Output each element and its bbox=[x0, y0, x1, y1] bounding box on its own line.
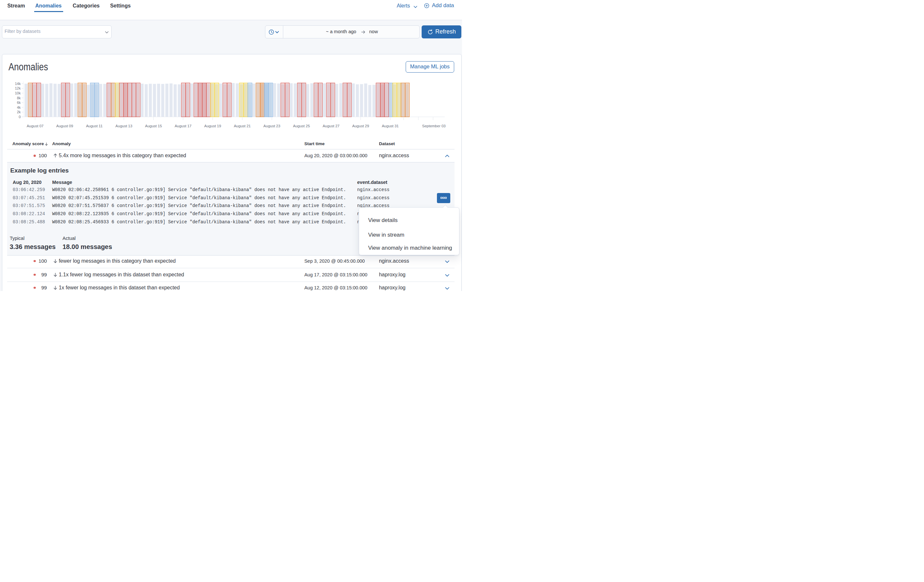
svg-text:10k: 10k bbox=[15, 91, 21, 95]
svg-text:August 19: August 19 bbox=[204, 124, 221, 128]
svg-text:August 09: August 09 bbox=[56, 124, 73, 128]
svg-text:14k: 14k bbox=[15, 82, 21, 86]
svg-text:2k: 2k bbox=[17, 110, 21, 114]
svg-text:August 07: August 07 bbox=[27, 124, 44, 128]
svg-text:0: 0 bbox=[18, 115, 20, 119]
svg-text:August 27: August 27 bbox=[323, 124, 340, 128]
svg-text:8k: 8k bbox=[17, 96, 21, 100]
svg-text:August 15: August 15 bbox=[145, 124, 162, 128]
svg-text:August 31: August 31 bbox=[382, 124, 399, 128]
svg-text:August 23: August 23 bbox=[263, 124, 280, 128]
svg-text:September 03: September 03 bbox=[422, 124, 446, 128]
svg-text:August 17: August 17 bbox=[175, 124, 191, 128]
svg-text:August 21: August 21 bbox=[234, 124, 251, 128]
svg-text:6k: 6k bbox=[17, 101, 21, 104]
svg-text:August 25: August 25 bbox=[293, 124, 310, 128]
svg-text:4k: 4k bbox=[17, 106, 21, 109]
svg-text:August 29: August 29 bbox=[352, 124, 369, 128]
svg-text:August 13: August 13 bbox=[116, 124, 132, 128]
svg-text:12k: 12k bbox=[15, 86, 21, 90]
svg-text:August 11: August 11 bbox=[86, 124, 102, 128]
